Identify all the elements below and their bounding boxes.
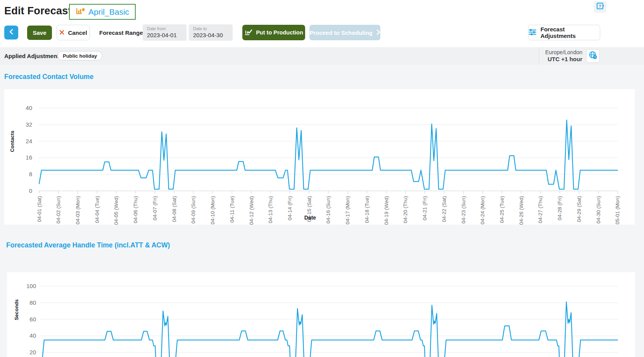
cancel-button[interactable]: Cancel	[57, 25, 90, 40]
adjustment-chip-label: Public holiday	[63, 53, 97, 59]
svg-text:?: ?	[599, 4, 601, 9]
svg-text:Date: Date	[304, 215, 316, 221]
page-title: Edit Forecast:	[4, 5, 75, 17]
forecast-adjustments-label: Forecast Adjustments	[540, 26, 600, 39]
svg-text:04-21 (Fri): 04-21 (Fri)	[422, 196, 428, 220]
average-handle-time-title: Forecasted Average Handle Time (incl.ATT…	[6, 241, 170, 249]
svg-text:04-27 (Thu): 04-27 (Thu)	[537, 196, 543, 223]
contact-volume-chart[interactable]: 081624324004-01 (Sat)04-02 (Sun)04-03 (M…	[4, 89, 635, 225]
svg-text:04-22 (Sat): 04-22 (Sat)	[441, 196, 447, 222]
svg-text:04-01 (Sat): 04-01 (Sat)	[36, 196, 42, 222]
svg-text:04-02 (Sun): 04-02 (Sun)	[55, 196, 61, 223]
svg-text:04-29 (Sat): 04-29 (Sat)	[576, 196, 582, 222]
back-button[interactable]	[4, 26, 18, 39]
date-from-label: Date from	[147, 26, 182, 31]
header: Edit Forecast: April_Basic	[0, 0, 644, 47]
svg-text:04-11 (Tue): 04-11 (Tue)	[229, 196, 235, 223]
svg-text:8: 8	[29, 171, 32, 177]
svg-text:32: 32	[26, 121, 32, 128]
svg-text:Contacts: Contacts	[9, 130, 15, 152]
svg-text:04-16 (Sun): 04-16 (Sun)	[325, 196, 331, 223]
svg-text:80: 80	[29, 299, 36, 306]
chevron-right-icon	[376, 29, 380, 36]
save-button-label: Save	[33, 29, 46, 36]
svg-text:04-14 (Fri): 04-14 (Fri)	[287, 196, 293, 220]
svg-text:04-06 (Thu): 04-06 (Thu)	[133, 196, 138, 223]
forecast-name: April_Basic	[88, 7, 129, 17]
timezone-button[interactable]	[586, 49, 600, 63]
forecast-adjustments-button[interactable]: Forecast Adjustments	[528, 25, 600, 40]
svg-text:04-17 (Mon): 04-17 (Mon)	[345, 196, 350, 225]
svg-text:04-25 (Tue): 04-25 (Tue)	[499, 196, 505, 223]
forecast-icon	[76, 7, 85, 17]
save-button[interactable]: Save	[27, 26, 52, 40]
main-content: Forecasted Contact Volume 081624324004-0…	[0, 65, 644, 357]
timezone-region: Europe/London	[508, 49, 582, 56]
svg-text:04-30 (Sun): 04-30 (Sun)	[596, 196, 601, 223]
date-to-value: 2023-04-30	[193, 31, 228, 39]
timezone-offset: UTC +1 hour	[508, 56, 582, 63]
put-to-production-label: Put to Production	[256, 29, 303, 36]
svg-text:04-19 (Wed): 04-19 (Wed)	[383, 196, 389, 225]
svg-text:04-12 (Wed): 04-12 (Wed)	[249, 196, 254, 225]
proceed-to-scheduling-label: Proceed to Scheduling	[309, 29, 373, 36]
contact-volume-chart-card: 081624324004-01 (Sat)04-02 (Sun)04-03 (M…	[4, 89, 635, 225]
chevron-left-icon	[9, 29, 14, 36]
svg-text:04-03 (Mon): 04-03 (Mon)	[75, 196, 81, 225]
svg-text:04-08 (Sat): 04-08 (Sat)	[171, 196, 177, 222]
applied-adjustments-bar: Applied Adjustments: Public holiday Euro…	[0, 47, 644, 65]
svg-text:04-13 (Thu): 04-13 (Thu)	[268, 196, 273, 223]
help-button[interactable]: ?	[594, 1, 606, 13]
svg-text:04-04 (Tue): 04-04 (Tue)	[94, 196, 100, 223]
svg-text:04-24 (Mon): 04-24 (Mon)	[480, 196, 485, 225]
proceed-to-scheduling-button[interactable]: Proceed to Scheduling	[309, 25, 380, 40]
svg-text:24: 24	[26, 138, 32, 144]
forecast-name-box[interactable]: April_Basic	[69, 4, 136, 20]
date-to-label: Date to	[193, 26, 228, 31]
svg-text:05-01 (Mon): 05-01 (Mon)	[615, 196, 620, 225]
applied-adjustments-label: Applied Adjustments:	[4, 53, 64, 59]
average-handle-time-chart[interactable]: 2040608010004-01 (Sat)04-02 (Sun)04-03 (…	[7, 272, 635, 357]
svg-text:40: 40	[26, 105, 32, 111]
svg-text:04-10 (Mon): 04-10 (Mon)	[210, 196, 216, 225]
date-to-field[interactable]: Date to 2023-04-30	[189, 24, 233, 41]
cancel-button-label: Cancel	[68, 29, 87, 36]
svg-text:60: 60	[29, 316, 36, 323]
adjustment-chip-public-holiday[interactable]: Public holiday	[57, 51, 102, 60]
svg-text:Seconds: Seconds	[14, 299, 19, 320]
svg-text:100: 100	[26, 283, 36, 289]
x-mark-icon	[59, 29, 64, 36]
date-from-value: 2023-04-01	[147, 31, 182, 39]
timezone-info: Europe/London UTC +1 hour	[508, 49, 582, 63]
svg-text:20: 20	[29, 349, 36, 355]
svg-text:04-05 (Wed): 04-05 (Wed)	[113, 196, 119, 225]
contact-volume-title: Forecasted Contact Volume	[4, 73, 93, 81]
sliders-icon	[528, 29, 537, 37]
svg-text:04-07 (Fri): 04-07 (Fri)	[152, 196, 158, 220]
svg-text:04-18 (Tue): 04-18 (Tue)	[364, 196, 370, 223]
globe-clock-icon	[589, 51, 597, 61]
chart-check-icon	[244, 28, 252, 37]
date-from-field[interactable]: Date from 2023-04-01	[143, 24, 186, 41]
svg-text:04-26 (Wed): 04-26 (Wed)	[518, 196, 524, 225]
svg-text:04-20 (Thu): 04-20 (Thu)	[402, 196, 408, 223]
svg-text:04-28 (Fri): 04-28 (Fri)	[557, 196, 563, 220]
forecast-range-label: Forecast Range:	[99, 29, 145, 36]
svg-text:16: 16	[26, 154, 32, 161]
svg-text:40: 40	[29, 332, 36, 339]
svg-text:0: 0	[29, 187, 32, 194]
put-to-production-button[interactable]: Put to Production	[242, 25, 305, 40]
svg-text:04-09 (Sun): 04-09 (Sun)	[190, 196, 196, 223]
svg-text:04-23 (Sun): 04-23 (Sun)	[461, 196, 466, 223]
average-handle-time-chart-card: 2040608010004-01 (Sat)04-02 (Sun)04-03 (…	[7, 272, 635, 357]
edit-forecast-page: Edit Forecast: April_Basic	[0, 0, 644, 357]
help-icon: ?	[596, 2, 604, 12]
